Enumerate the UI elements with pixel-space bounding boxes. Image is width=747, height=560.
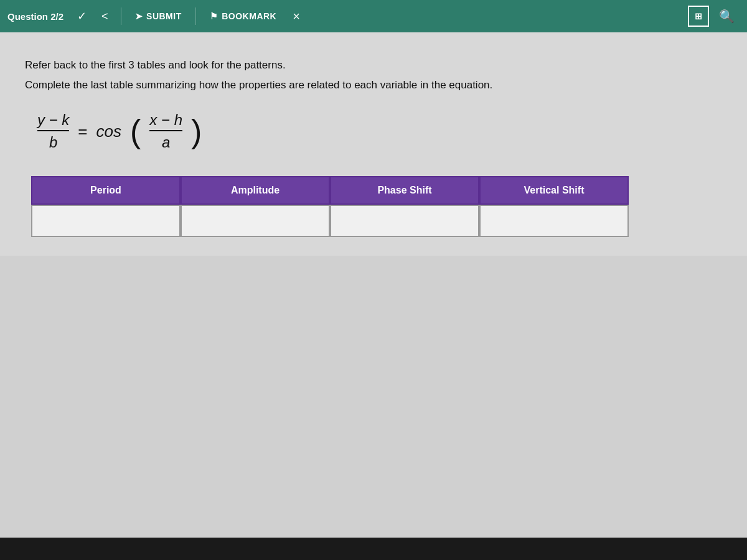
summary-table: Period Amplitude Phase Shift Vertical Sh… xyxy=(31,176,629,237)
bookmark-button[interactable]: ⚑ BOOKMARK xyxy=(204,7,283,25)
table-header-row: Period Amplitude Phase Shift Vertical Sh… xyxy=(31,176,629,205)
main-content: Refer back to the first 3 tables and loo… xyxy=(0,32,747,256)
separator-1 xyxy=(121,7,121,25)
instruction-line-1: Refer back to the first 3 tables and loo… xyxy=(25,57,722,73)
submit-button[interactable]: ➤ SUBMIT xyxy=(129,7,188,25)
cell-phase-shift[interactable] xyxy=(330,205,479,237)
cos-function: cos xyxy=(96,122,121,141)
submit-arrow-icon: ➤ xyxy=(135,11,143,21)
table-row xyxy=(31,205,629,237)
nav-check-button[interactable]: ✓ xyxy=(72,7,92,26)
input-period[interactable] xyxy=(32,206,179,236)
header-period: Period xyxy=(31,176,181,205)
header-vertical-shift: Vertical Shift xyxy=(479,176,629,205)
bookmark-icon: ⚑ xyxy=(210,11,218,21)
separator-2 xyxy=(195,7,196,25)
nav-back-button[interactable]: < xyxy=(96,7,113,26)
instruction-line-2: Complete the last table summarizing how … xyxy=(25,77,722,93)
frac-denominator-right: a xyxy=(162,133,170,151)
equation: y − k b = cos ( x − h a ) xyxy=(37,111,202,151)
question-label: Question 2/2 xyxy=(7,11,63,22)
equation-area: y − k b = cos ( x − h a ) xyxy=(37,111,722,151)
frac-numerator-right: x − h xyxy=(149,111,182,131)
cell-vertical-shift[interactable] xyxy=(479,205,629,237)
input-vertical-shift[interactable] xyxy=(481,206,627,236)
right-fraction: x − h a xyxy=(149,111,182,151)
toolbar: Question 2/2 ✓ < ➤ SUBMIT ⚑ BOOKMARK × ⊞… xyxy=(0,0,747,32)
bottom-bar xyxy=(0,538,747,560)
search-button[interactable]: 🔍 xyxy=(714,6,740,26)
frac-denominator-left: b xyxy=(49,133,57,151)
equals-sign: = xyxy=(78,122,87,141)
cell-period[interactable] xyxy=(31,205,181,237)
left-paren: ( xyxy=(130,115,141,147)
search-icon: 🔍 xyxy=(719,9,735,23)
frac-numerator-left: y − k xyxy=(37,111,69,131)
left-fraction: y − k b xyxy=(37,111,69,151)
input-amplitude[interactable] xyxy=(182,206,329,236)
submit-label: SUBMIT xyxy=(146,11,182,21)
close-button[interactable]: × xyxy=(288,7,305,26)
bookmark-label: BOOKMARK xyxy=(222,11,276,21)
flash-icon-box[interactable]: ⊞ xyxy=(688,6,709,27)
header-amplitude: Amplitude xyxy=(181,176,330,205)
input-phase-shift[interactable] xyxy=(331,206,478,236)
flash-icon: ⊞ xyxy=(695,11,702,21)
cell-amplitude[interactable] xyxy=(181,205,330,237)
right-paren: ) xyxy=(191,115,202,147)
header-phase-shift: Phase Shift xyxy=(330,176,479,205)
instructions-block: Refer back to the first 3 tables and loo… xyxy=(25,57,722,93)
